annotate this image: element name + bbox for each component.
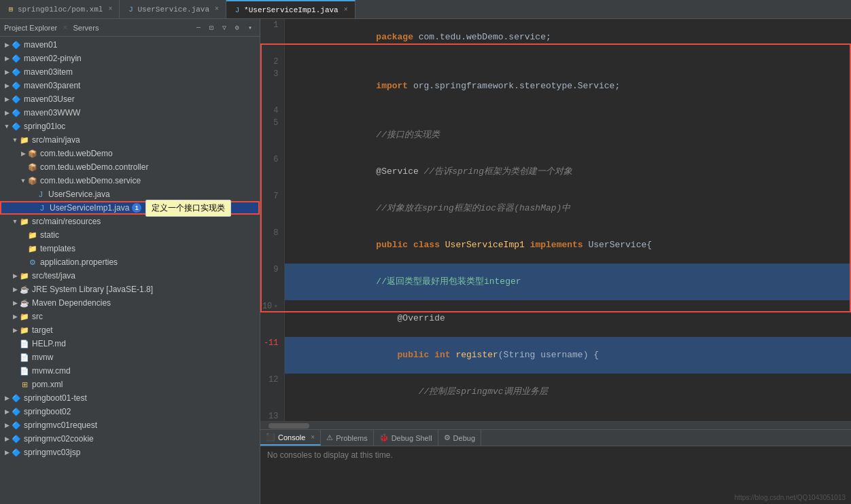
tree-item-maven03www[interactable]: ▶ 🔷 maven03WWW: [0, 106, 260, 120]
project-explorer-panel: Project Explorer ✕ Servers — ⊡ ▽ ⚙ ▾ ▶ 🔷…: [0, 19, 260, 504]
tree-item-userserviceimp1-java[interactable]: ▶ J UserServiceImp1.java 1 定义一个接口实现类: [0, 201, 260, 215]
tree-item-springmvc02cookie[interactable]: ▶ 🔷 springmvc02cookie: [0, 432, 260, 446]
tab-bar: ⊞ spring01loc/pom.xml × J UserService.ja…: [0, 0, 851, 19]
label-application-props: application.properties: [40, 257, 118, 267]
tree-item-jre[interactable]: ▶ ☕ JRE System Library [JavaSE-1.8]: [0, 283, 260, 296]
label-springboot01test: springboot01-test: [24, 393, 87, 403]
tree-item-springboot01test[interactable]: ▶ 🔷 springboot01-test: [0, 391, 260, 405]
tree-item-maven-deps[interactable]: ▶ ☕ Maven Dependencies: [0, 296, 260, 310]
arrow-springmvc03jsp: ▶: [3, 449, 11, 456]
filter-icon[interactable]: ▽: [219, 22, 230, 33]
label-src: src: [32, 312, 43, 321]
line-content-11: public int register(String username) {: [284, 337, 851, 374]
src-test-icon: 📁: [19, 270, 30, 281]
tree-item-mvnw[interactable]: ▶ 📄 mvnw: [0, 350, 260, 364]
label-maven03user: maven03User: [24, 94, 75, 104]
project-icon-maven01: 🔷: [11, 39, 22, 50]
tree-item-maven02pinyin[interactable]: ▶ 🔷 maven02-pinyin: [0, 52, 260, 65]
folder-icon-target: 📁: [19, 325, 30, 336]
code-line-5: 5 //接口的实现类: [260, 117, 851, 154]
tab-close-userservice[interactable]: ×: [215, 5, 219, 13]
tree-item-mvnw-cmd[interactable]: ▶ 📄 mvnw.cmd: [0, 364, 260, 378]
tab-problems[interactable]: ⚠ Problems: [321, 430, 373, 446]
line-content-8: public class UserServiceImp1 implements …: [284, 227, 851, 264]
line-number-1: 1: [260, 19, 284, 56]
debug-icon: ⚙: [444, 433, 451, 442]
project-icon-maven03www: 🔷: [11, 107, 22, 118]
tab-userserviceimp1[interactable]: J *UserServiceImp1.java ×: [226, 0, 355, 18]
code-line-1: 1 package com.tedu.webDemo.service;: [260, 19, 851, 56]
line-content-12: //控制层springmvc调用业务层: [284, 374, 851, 410]
label-userserviceimp1-java: UserServiceImp1.java: [50, 203, 129, 213]
project-icon-springmvc03jsp: 🔷: [11, 447, 22, 458]
badge-1: 1: [132, 203, 141, 213]
label-src-test-java: src/test/java: [32, 271, 75, 281]
tab-debug-shell[interactable]: 🐞 Debug Shell: [374, 430, 438, 446]
tab-console[interactable]: ⬛ Console ×: [260, 430, 321, 446]
panel-title-explorer: Project Explorer: [4, 24, 57, 32]
tree-item-maven03parent[interactable]: ▶ 🔷 maven03parent: [0, 79, 260, 92]
arrow-maven03user: ▶: [3, 96, 11, 103]
tree-item-com-tedu-service[interactable]: ▼ 📦 com.tedu.webDemo.service: [0, 174, 260, 187]
folder-icon-src: 📁: [19, 311, 30, 322]
tree-item-com-tedu-controller[interactable]: ▶ 📦 com.tedu.webDemo.controller: [0, 160, 260, 174]
arrow-maven03item: ▶: [3, 69, 11, 75]
label-spring01loc: spring01loc: [24, 122, 65, 131]
code-area[interactable]: 1 package com.tedu.webDemo.service; 2: [260, 19, 851, 421]
src-folder-icon: 📁: [19, 134, 30, 145]
panel-header: Project Explorer ✕ Servers — ⊡ ▽ ⚙ ▾: [0, 19, 260, 37]
label-maven01: maven01: [24, 40, 57, 50]
tab-close-console[interactable]: ×: [311, 433, 315, 441]
label-static: static: [40, 230, 59, 240]
line-content-13: [284, 410, 851, 421]
horizontal-scrollbar[interactable]: [260, 421, 851, 429]
label-springmvc03jsp: springmvc03jsp: [24, 448, 80, 457]
bottom-panel: ⬛ Console × ⚠ Problems 🐞 Debug Shell ⚙ D…: [260, 429, 851, 504]
problems-icon: ⚠: [326, 433, 333, 442]
panel-sep: ✕: [63, 22, 67, 33]
tree-item-maven03item[interactable]: ▶ 🔷 maven03item: [0, 65, 260, 79]
arrow-springmvc02cookie: ▶: [3, 435, 11, 442]
tab-pom[interactable]: ⊞ spring01loc/pom.xml ×: [0, 0, 120, 18]
arrow-maven01: ▶: [3, 41, 11, 48]
tree-item-target[interactable]: ▶ 📁 target: [0, 323, 260, 337]
label-mvnw-cmd: mvnw.cmd: [32, 366, 71, 376]
scrollbar-thumb[interactable]: [268, 423, 309, 429]
line-content-5: //接口的实现类: [284, 117, 851, 154]
tree-item-templates[interactable]: ▶ 📁 templates: [0, 242, 260, 255]
settings-icon[interactable]: ⚙: [232, 22, 243, 33]
console-icon: ⬛: [266, 433, 275, 442]
tree-item-static[interactable]: ▶ 📁 static: [0, 228, 260, 242]
tree-item-com-tedu-webdemo[interactable]: ▶ 📦 com.tedu.webDemo: [0, 147, 260, 160]
tab-close-pom[interactable]: ×: [108, 5, 112, 13]
tree-item-help-md[interactable]: ▶ 📄 HELP.md: [0, 337, 260, 350]
tree-item-maven03user[interactable]: ▶ 🔷 maven03User: [0, 92, 260, 106]
tree-item-src-main-java[interactable]: ▼ 📁 src/main/java: [0, 133, 260, 147]
tree-item-springmvc03jsp[interactable]: ▶ 🔷 springmvc03jsp: [0, 446, 260, 459]
tree-item-maven01[interactable]: ▶ 🔷 maven01: [0, 38, 260, 52]
file-icon-mvnw-cmd: 📄: [19, 365, 30, 376]
md-icon-help: 📄: [19, 338, 30, 349]
tree-item-application-props[interactable]: ▶ ⚙ application.properties: [0, 255, 260, 269]
tab-userservice[interactable]: J UserService.java ×: [120, 0, 226, 18]
tree-item-spring01loc[interactable]: ▼ 🔷 spring01loc: [0, 120, 260, 133]
line-content-4: [284, 105, 851, 117]
arrow-com-tedu-service: ▼: [19, 177, 27, 184]
more-icon[interactable]: ▾: [245, 22, 256, 33]
bottom-tab-bar: ⬛ Console × ⚠ Problems 🐞 Debug Shell ⚙ D…: [260, 430, 851, 446]
minimize-icon[interactable]: —: [193, 22, 204, 33]
code-line-11: -11 public int register(String username)…: [260, 337, 851, 374]
copy-icon[interactable]: ⊡: [206, 22, 217, 33]
label-springmvc01request: springmvc01request: [24, 420, 97, 430]
tree-item-src-main-resources[interactable]: ▼ 📁 src/main/resources: [0, 215, 260, 228]
label-com-tedu-controller: com.tedu.webDemo.controller: [40, 162, 148, 172]
tree-item-src-test-java[interactable]: ▶ 📁 src/test/java: [0, 269, 260, 283]
code-line-2: 2: [260, 56, 851, 68]
tab-close-userserviceimp1[interactable]: ×: [344, 6, 348, 14]
tree-item-springboot02[interactable]: ▶ 🔷 springboot02: [0, 405, 260, 418]
tree-item-springmvc01request[interactable]: ▶ 🔷 springmvc01request: [0, 418, 260, 432]
tab-debug[interactable]: ⚙ Debug: [438, 430, 481, 446]
project-icon-springmvc01request: 🔷: [11, 420, 22, 431]
tree-item-pom-xml[interactable]: ▶ ⊞ pom.xml: [0, 378, 260, 391]
tree-item-src[interactable]: ▶ 📁 src: [0, 310, 260, 323]
